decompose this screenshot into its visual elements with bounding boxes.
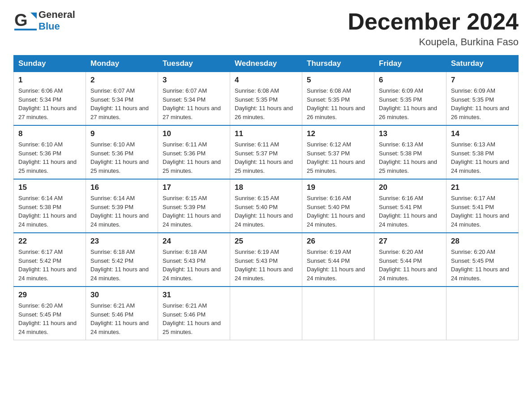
- calendar-cell: 4 Sunrise: 6:08 AM Sunset: 5:35 PM Dayli…: [230, 72, 302, 126]
- calendar-cell: [302, 287, 374, 340]
- day-info: Sunrise: 6:19 AM Sunset: 5:44 PM Dayligh…: [307, 248, 369, 283]
- day-number: 8: [18, 129, 81, 138]
- day-info: Sunrise: 6:08 AM Sunset: 5:35 PM Dayligh…: [235, 86, 297, 121]
- title-block: December 2024 Koupela, Burkina Faso: [348, 9, 519, 48]
- day-info: Sunrise: 6:20 AM Sunset: 5:44 PM Dayligh…: [379, 248, 442, 283]
- col-header-tuesday: Tuesday: [158, 56, 230, 72]
- day-number: 9: [90, 129, 153, 138]
- calendar-cell: 7 Sunrise: 6:09 AM Sunset: 5:35 PM Dayli…: [446, 72, 519, 126]
- day-info: Sunrise: 6:08 AM Sunset: 5:35 PM Dayligh…: [307, 86, 369, 121]
- day-info: Sunrise: 6:13 AM Sunset: 5:38 PM Dayligh…: [451, 140, 514, 175]
- day-number: 14: [451, 129, 514, 138]
- logo-icon: G: [13, 9, 37, 32]
- calendar-cell: 17 Sunrise: 6:15 AM Sunset: 5:39 PM Dayl…: [158, 179, 230, 233]
- calendar-cell: [374, 287, 446, 340]
- day-info: Sunrise: 6:12 AM Sunset: 5:37 PM Dayligh…: [307, 140, 369, 175]
- day-number: 15: [18, 183, 81, 192]
- day-number: 1: [18, 76, 81, 85]
- calendar-cell: 10 Sunrise: 6:11 AM Sunset: 5:36 PM Dayl…: [158, 125, 230, 179]
- day-number: 11: [235, 129, 297, 138]
- calendar-cell: 13 Sunrise: 6:13 AM Sunset: 5:38 PM Dayl…: [374, 125, 446, 179]
- calendar-cell: 26 Sunrise: 6:19 AM Sunset: 5:44 PM Dayl…: [302, 233, 374, 287]
- week-row-2: 8 Sunrise: 6:10 AM Sunset: 5:36 PM Dayli…: [14, 125, 519, 179]
- calendar-table: SundayMondayTuesdayWednesdayThursdayFrid…: [13, 55, 519, 340]
- calendar-cell: 20 Sunrise: 6:16 AM Sunset: 5:41 PM Dayl…: [374, 179, 446, 233]
- calendar-cell: 14 Sunrise: 6:13 AM Sunset: 5:38 PM Dayl…: [446, 125, 519, 179]
- calendar-cell: 29 Sunrise: 6:20 AM Sunset: 5:45 PM Dayl…: [14, 287, 86, 340]
- calendar-cell: 5 Sunrise: 6:08 AM Sunset: 5:35 PM Dayli…: [302, 72, 374, 126]
- day-number: 17: [163, 183, 225, 192]
- day-number: 13: [379, 129, 442, 138]
- svg-text:G: G: [14, 11, 28, 30]
- day-number: 4: [235, 76, 297, 85]
- day-info: Sunrise: 6:09 AM Sunset: 5:35 PM Dayligh…: [451, 86, 514, 121]
- calendar-cell: 19 Sunrise: 6:16 AM Sunset: 5:40 PM Dayl…: [302, 179, 374, 233]
- day-info: Sunrise: 6:21 AM Sunset: 5:46 PM Dayligh…: [163, 301, 225, 336]
- month-title: December 2024: [348, 9, 519, 34]
- day-number: 21: [451, 183, 514, 192]
- day-number: 19: [307, 183, 369, 192]
- day-info: Sunrise: 6:21 AM Sunset: 5:46 PM Dayligh…: [90, 301, 153, 336]
- calendar-cell: 16 Sunrise: 6:14 AM Sunset: 5:39 PM Dayl…: [86, 179, 158, 233]
- calendar-cell: [230, 287, 302, 340]
- day-info: Sunrise: 6:15 AM Sunset: 5:40 PM Dayligh…: [235, 194, 297, 229]
- day-number: 2: [90, 76, 153, 85]
- calendar-cell: 24 Sunrise: 6:18 AM Sunset: 5:43 PM Dayl…: [158, 233, 230, 287]
- day-info: Sunrise: 6:13 AM Sunset: 5:38 PM Dayligh…: [379, 140, 442, 175]
- day-number: 20: [379, 183, 442, 192]
- day-number: 30: [90, 291, 153, 300]
- calendar-header-row: SundayMondayTuesdayWednesdayThursdayFrid…: [14, 56, 519, 72]
- calendar-cell: 9 Sunrise: 6:10 AM Sunset: 5:36 PM Dayli…: [86, 125, 158, 179]
- col-header-monday: Monday: [86, 56, 158, 72]
- day-info: Sunrise: 6:14 AM Sunset: 5:39 PM Dayligh…: [90, 194, 153, 229]
- day-info: Sunrise: 6:18 AM Sunset: 5:42 PM Dayligh…: [90, 248, 153, 283]
- calendar-cell: 6 Sunrise: 6:09 AM Sunset: 5:35 PM Dayli…: [374, 72, 446, 126]
- day-number: 31: [163, 291, 225, 300]
- col-header-thursday: Thursday: [302, 56, 374, 72]
- col-header-saturday: Saturday: [446, 56, 519, 72]
- day-number: 27: [379, 237, 442, 246]
- day-info: Sunrise: 6:11 AM Sunset: 5:37 PM Dayligh…: [235, 140, 297, 175]
- day-number: 7: [451, 76, 514, 85]
- logo-blue: Blue: [39, 21, 75, 32]
- calendar-cell: 8 Sunrise: 6:10 AM Sunset: 5:36 PM Dayli…: [14, 125, 86, 179]
- day-number: 23: [90, 237, 153, 246]
- day-number: 6: [379, 76, 442, 85]
- location: Koupela, Burkina Faso: [348, 36, 519, 48]
- week-row-1: 1 Sunrise: 6:06 AM Sunset: 5:34 PM Dayli…: [14, 72, 519, 126]
- col-header-friday: Friday: [374, 56, 446, 72]
- calendar-cell: 31 Sunrise: 6:21 AM Sunset: 5:46 PM Dayl…: [158, 287, 230, 340]
- day-number: 28: [451, 237, 514, 246]
- day-number: 22: [18, 237, 81, 246]
- week-row-5: 29 Sunrise: 6:20 AM Sunset: 5:45 PM Dayl…: [14, 287, 519, 340]
- calendar-cell: 1 Sunrise: 6:06 AM Sunset: 5:34 PM Dayli…: [14, 72, 86, 126]
- day-info: Sunrise: 6:17 AM Sunset: 5:42 PM Dayligh…: [18, 248, 81, 283]
- logo: G General Blue: [13, 9, 75, 32]
- day-info: Sunrise: 6:16 AM Sunset: 5:40 PM Dayligh…: [307, 194, 369, 229]
- logo-text: General: [39, 9, 75, 21]
- svg-rect-2: [14, 29, 37, 30]
- col-header-sunday: Sunday: [14, 56, 86, 72]
- calendar-cell: 12 Sunrise: 6:12 AM Sunset: 5:37 PM Dayl…: [302, 125, 374, 179]
- day-info: Sunrise: 6:10 AM Sunset: 5:36 PM Dayligh…: [90, 140, 153, 175]
- day-info: Sunrise: 6:09 AM Sunset: 5:35 PM Dayligh…: [379, 86, 442, 121]
- day-number: 18: [235, 183, 297, 192]
- day-info: Sunrise: 6:11 AM Sunset: 5:36 PM Dayligh…: [163, 140, 225, 175]
- day-info: Sunrise: 6:16 AM Sunset: 5:41 PM Dayligh…: [379, 194, 442, 229]
- calendar-cell: 21 Sunrise: 6:17 AM Sunset: 5:41 PM Dayl…: [446, 179, 519, 233]
- calendar-cell: 2 Sunrise: 6:07 AM Sunset: 5:34 PM Dayli…: [86, 72, 158, 126]
- day-info: Sunrise: 6:20 AM Sunset: 5:45 PM Dayligh…: [451, 248, 514, 283]
- calendar-cell: 25 Sunrise: 6:19 AM Sunset: 5:43 PM Dayl…: [230, 233, 302, 287]
- calendar-cell: 3 Sunrise: 6:07 AM Sunset: 5:34 PM Dayli…: [158, 72, 230, 126]
- week-row-3: 15 Sunrise: 6:14 AM Sunset: 5:38 PM Dayl…: [14, 179, 519, 233]
- day-info: Sunrise: 6:18 AM Sunset: 5:43 PM Dayligh…: [163, 248, 225, 283]
- calendar-cell: 28 Sunrise: 6:20 AM Sunset: 5:45 PM Dayl…: [446, 233, 519, 287]
- calendar-cell: 15 Sunrise: 6:14 AM Sunset: 5:38 PM Dayl…: [14, 179, 86, 233]
- day-number: 26: [307, 237, 369, 246]
- day-number: 16: [90, 183, 153, 192]
- week-row-4: 22 Sunrise: 6:17 AM Sunset: 5:42 PM Dayl…: [14, 233, 519, 287]
- day-info: Sunrise: 6:17 AM Sunset: 5:41 PM Dayligh…: [451, 194, 514, 229]
- day-info: Sunrise: 6:10 AM Sunset: 5:36 PM Dayligh…: [18, 140, 81, 175]
- day-info: Sunrise: 6:15 AM Sunset: 5:39 PM Dayligh…: [163, 194, 225, 229]
- calendar-cell: 18 Sunrise: 6:15 AM Sunset: 5:40 PM Dayl…: [230, 179, 302, 233]
